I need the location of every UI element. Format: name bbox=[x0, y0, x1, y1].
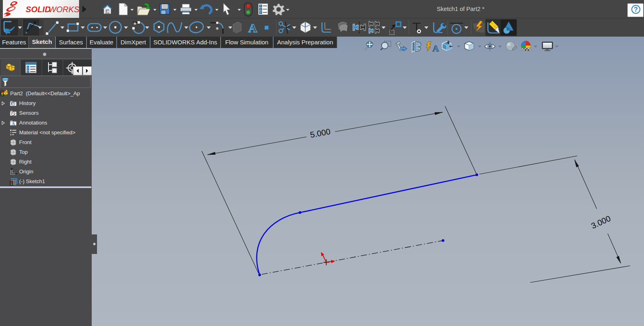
svg-text:A: A bbox=[248, 21, 257, 35]
svg-text:A: A bbox=[432, 43, 439, 53]
svg-text:A: A bbox=[11, 121, 15, 126]
svg-text:SOLID: SOLID bbox=[26, 5, 51, 14]
svg-text:5.000: 5.000 bbox=[309, 127, 331, 140]
svg-text:WORKS: WORKS bbox=[49, 5, 79, 14]
svg-text:3.000: 3.000 bbox=[590, 214, 612, 230]
